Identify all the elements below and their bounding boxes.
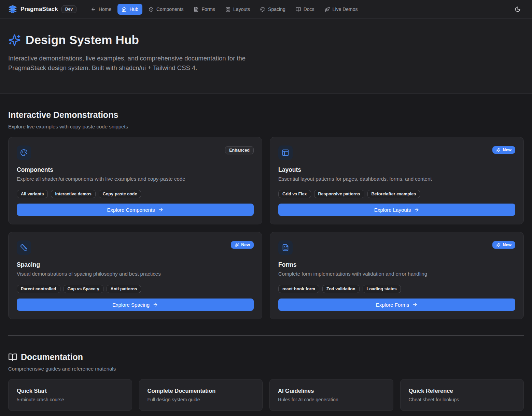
nav-item-spacing[interactable]: Spacing [256,4,290,15]
nav-item-docs[interactable]: Docs [292,4,319,15]
tag: react-hook-form [278,285,319,293]
card-title: Forms [278,261,515,268]
nav-item-home[interactable]: Home [87,4,115,15]
button-label: Explore Layouts [374,207,411,213]
palette-icon [260,7,265,12]
section-divider [8,335,524,336]
new-badge: New [231,241,254,249]
explore-layouts-button[interactable]: Explore Layouts [278,204,515,216]
docs-section-subtitle: Comprehensive guides and reference mater… [8,366,524,372]
tag-row: react-hook-form Zod validation Loading s… [278,285,515,293]
nav-item-layouts[interactable]: Layouts [221,4,254,15]
docs-section-title: Documentation [8,352,524,362]
demos-section-title: Interactive Demonstrations [8,110,524,120]
palette-icon [17,145,31,160]
demo-card-forms: New Forms Complete form implementations … [270,232,524,319]
ruler-icon [17,240,31,255]
doc-card-title: Quick Reference [409,388,516,394]
demo-card-spacing: New Spacing Visual demonstrations of spa… [8,232,262,319]
layout-grid-icon [225,7,230,12]
main-content: Interactive Demonstrations Explore live … [0,110,532,411]
nav-item-label: Live Demos [333,6,358,12]
package-icon [149,7,154,12]
env-badge: Dev [61,5,76,13]
doc-card-complete-documentation[interactable]: Complete Documentation Full design syste… [139,379,263,411]
nav-item-forms[interactable]: Forms [190,4,219,15]
explore-components-button[interactable]: Explore Components [17,204,254,216]
button-label: Explore Forms [376,302,409,308]
tag: Zod validation [322,285,360,293]
docs-title-text: Documentation [21,352,83,362]
moon-icon [515,6,521,12]
doc-card-quick-reference[interactable]: Quick Reference Cheat sheet for lookups [400,379,524,411]
brand-name: PragmaStack [20,6,58,13]
card-description: Visual demonstrations of spacing philoso… [17,271,254,277]
new-badge: New [492,241,515,249]
tag: All variants [17,190,48,198]
explore-forms-button[interactable]: Explore Forms [278,299,515,311]
arrow-left-icon [91,7,96,12]
arrow-right-icon [412,302,418,307]
badge-label: New [241,242,250,247]
sparkles-icon [496,148,501,152]
button-label: Explore Components [107,207,155,213]
tag: Loading states [363,285,401,293]
main-nav: Home Hub Components Forms Layouts Spacin… [87,4,362,15]
card-description: Essential layout patterns for pages, das… [278,176,515,182]
arrow-right-icon [153,302,158,307]
arrow-right-icon [414,207,419,212]
doc-card-description: 5-minute crash course [17,397,124,402]
tag: Grid vs Flex [278,190,311,198]
nav-item-label: Home [99,6,111,12]
sparkles-icon [496,243,501,247]
layers-logo-icon [8,5,17,14]
doc-card-description: Cheat sheet for lookups [409,397,516,402]
file-text-icon [194,7,199,12]
demo-card-layouts: New Layouts Essential layout patterns fo… [270,137,524,224]
rocket-icon [325,7,330,12]
tag-row: All variants Interactive demos Copy-past… [17,190,254,198]
card-title: Layouts [278,166,515,174]
doc-card-title: Quick Start [17,388,124,394]
card-title: Spacing [17,261,254,268]
doc-card-quick-start[interactable]: Quick Start 5-minute crash course [8,379,132,411]
enhanced-badge: Enhanced [225,146,254,154]
sparkles-icon [235,243,239,247]
demos-section-subtitle: Explore live examples with copy-paste co… [8,124,524,129]
demo-card-grid: Enhanced Components Explore all shadcn/u… [8,137,524,319]
button-label: Explore Spacing [112,302,150,308]
doc-card-title: Complete Documentation [148,388,254,394]
demo-card-components: Enhanced Components Explore all shadcn/u… [8,137,262,224]
demos-section-header: Interactive Demonstrations Explore live … [8,110,524,129]
page-subtitle: Interactive demonstrations, live example… [8,54,263,73]
nav-item-components[interactable]: Components [144,4,187,15]
tag: Copy-paste code [99,190,141,198]
card-description: Explore all shadcn/ui components with li… [17,176,254,182]
arrow-right-icon [158,207,164,212]
nav-item-hub[interactable]: Hub [117,4,142,15]
docs-card-grid: Quick Start 5-minute crash course Comple… [8,379,524,411]
card-description: Complete form implementations with valid… [278,271,515,277]
badge-label: New [503,242,512,247]
theme-toggle-button[interactable] [512,3,524,15]
doc-card-description: Rules for AI code generation [278,397,385,402]
design-system-hub-page: PragmaStack Dev Home Hub Components Form… [0,0,532,416]
book-open-icon [8,353,17,362]
nav-item-label: Components [156,6,183,12]
nav-item-live-demos[interactable]: Live Demos [321,4,362,15]
doc-card-description: Full design system guide [148,397,254,402]
nav-item-label: Hub [129,6,138,12]
nav-item-label: Spacing [268,6,285,12]
explore-spacing-button[interactable]: Explore Spacing [17,299,254,311]
page-title: Design System Hub [26,33,139,47]
house-icon [122,7,127,12]
doc-card-ai-guidelines[interactable]: AI Guidelines Rules for AI code generati… [269,379,393,411]
tag: Anti-patterns [107,285,141,293]
top-navigation-bar: PragmaStack Dev Home Hub Components Form… [0,0,532,19]
brand[interactable]: PragmaStack Dev [8,5,76,14]
tag: Responsive patterns [314,190,364,198]
tag: Before/after examples [367,190,420,198]
doc-card-title: AI Guidelines [278,388,385,394]
panels-top-left-icon [278,145,293,160]
tag: Parent-controlled [17,285,60,293]
